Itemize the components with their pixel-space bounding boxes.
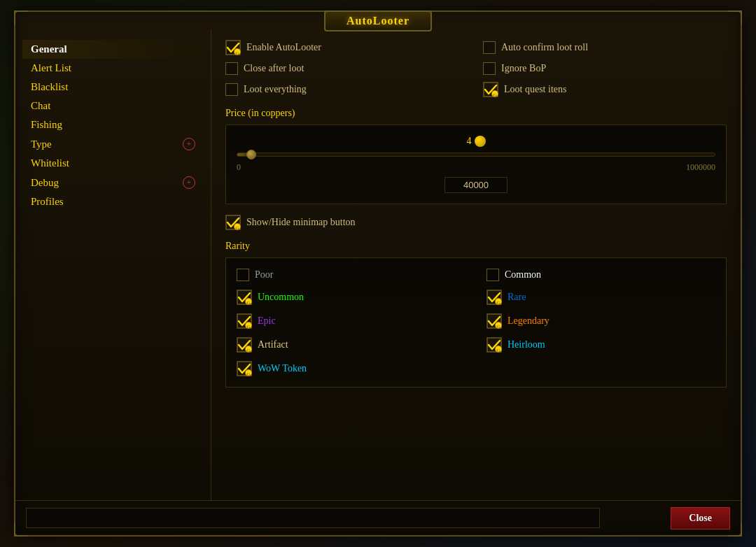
minimap-label: Show/Hide minimap button bbox=[246, 217, 356, 228]
rarity-poor-label: Poor bbox=[255, 269, 273, 280]
sidebar-label-blacklist: Blacklist bbox=[31, 81, 68, 93]
sidebar-item-blacklist[interactable]: Blacklist bbox=[22, 78, 204, 97]
sidebar-item-debug[interactable]: Debug + bbox=[22, 173, 204, 192]
svg-text:G: G bbox=[235, 50, 239, 55]
svg-text:G: G bbox=[493, 92, 497, 97]
loot-everything-label: Loot everything bbox=[244, 84, 307, 95]
price-input[interactable] bbox=[444, 177, 507, 193]
rarity-uncommon-checkbox[interactable]: G bbox=[237, 290, 252, 305]
rarity-epic-label: Epic bbox=[258, 315, 276, 327]
price-section-label: Price (in coppers) bbox=[225, 108, 727, 119]
rarity-heirloom-label: Heirloom bbox=[507, 339, 545, 350]
rarity-epic-row: G Epic bbox=[237, 313, 465, 329]
search-input[interactable] bbox=[26, 508, 600, 528]
sidebar-item-alert-list[interactable]: Alert List bbox=[22, 59, 204, 78]
close-after-loot-checkbox[interactable] bbox=[225, 62, 238, 75]
price-box: 4 0 1000000 bbox=[225, 125, 727, 204]
rarity-rare-checkbox[interactable]: G bbox=[486, 290, 502, 305]
main-panel: G Enable AutoLooter Auto confirm loot ro… bbox=[211, 29, 741, 500]
rarity-artifact-row: G Artifact bbox=[237, 337, 465, 353]
rarity-common-row: Common bbox=[486, 269, 715, 281]
price-slider-track[interactable] bbox=[237, 152, 715, 157]
rarity-box: Poor Common G bbox=[225, 257, 727, 388]
svg-text:G: G bbox=[246, 371, 251, 376]
rarity-common-label: Common bbox=[505, 269, 541, 280]
slider-labels: 0 1000000 bbox=[237, 162, 715, 173]
window-title: AutoLooter bbox=[346, 15, 410, 27]
option-close-after-loot: Close after loot bbox=[225, 62, 469, 75]
option-auto-confirm: Auto confirm loot roll bbox=[483, 40, 727, 55]
option-loot-everything: Loot everything bbox=[225, 82, 469, 97]
enable-autolooter-checkbox[interactable]: G bbox=[225, 40, 241, 55]
corner-decoration-tl bbox=[14, 10, 28, 24]
sidebar-item-whitelist[interactable]: Whitelist bbox=[22, 154, 204, 173]
svg-text:G: G bbox=[246, 348, 251, 353]
rarity-legendary-label: Legendary bbox=[507, 315, 550, 327]
rarity-epic-checkbox[interactable]: G bbox=[237, 313, 252, 329]
rarity-rare-label: Rare bbox=[507, 292, 526, 303]
rarity-poor-checkbox[interactable] bbox=[237, 269, 249, 281]
close-after-loot-label: Close after loot bbox=[244, 63, 304, 74]
close-button[interactable]: Close bbox=[671, 507, 730, 530]
sidebar-label-whitelist: Whitelist bbox=[31, 157, 69, 169]
debug-plus-icon[interactable]: + bbox=[183, 176, 195, 189]
rarity-heirloom-row: G Heirloom bbox=[486, 337, 715, 353]
rarity-wowtoken-checkbox[interactable]: G bbox=[237, 361, 252, 376]
options-grid: G Enable AutoLooter Auto confirm loot ro… bbox=[225, 40, 727, 97]
svg-text:G: G bbox=[246, 324, 251, 329]
loot-quest-items-label: Loot quest itens bbox=[504, 84, 566, 95]
price-value-text: 4 bbox=[467, 136, 472, 147]
sidebar-item-general[interactable]: General bbox=[22, 40, 204, 59]
sidebar-item-fishing[interactable]: Fishing bbox=[22, 115, 204, 134]
minimap-checkbox[interactable]: G bbox=[225, 215, 241, 230]
sidebar-label-general: General bbox=[31, 43, 67, 55]
slider-input-row bbox=[237, 177, 715, 193]
sidebar: General Alert List Blacklist Chat Fishin… bbox=[15, 29, 211, 500]
sidebar-item-chat[interactable]: Chat bbox=[22, 97, 204, 115]
rarity-poor-row: Poor bbox=[237, 269, 465, 281]
rarity-section-label: Rarity bbox=[225, 241, 727, 252]
title-bar: AutoLooter bbox=[324, 10, 432, 31]
minimap-row: G Show/Hide minimap button bbox=[225, 215, 727, 230]
option-ignore-bop: Ignore BoP bbox=[483, 62, 727, 75]
loot-everything-checkbox[interactable] bbox=[225, 83, 238, 96]
svg-text:G: G bbox=[496, 324, 500, 329]
svg-text:G: G bbox=[496, 300, 500, 305]
sidebar-label-fishing: Fishing bbox=[31, 119, 62, 131]
option-enable-autolooter: G Enable AutoLooter bbox=[225, 40, 469, 55]
gold-coin-icon bbox=[475, 136, 486, 147]
slider-max-label: 1000000 bbox=[686, 162, 715, 173]
rarity-heirloom-checkbox[interactable]: G bbox=[486, 337, 502, 353]
rarity-legendary-row: G Legendary bbox=[486, 313, 715, 329]
auto-confirm-label: Auto confirm loot roll bbox=[501, 42, 588, 53]
rarity-uncommon-label: Uncommon bbox=[258, 292, 304, 303]
sidebar-item-type[interactable]: Type + bbox=[22, 134, 204, 154]
content-area: General Alert List Blacklist Chat Fishin… bbox=[15, 29, 741, 500]
rarity-grid: Poor Common G bbox=[237, 269, 715, 376]
corner-decoration-tr bbox=[728, 10, 742, 24]
auto-confirm-checkbox[interactable] bbox=[483, 41, 496, 54]
rarity-wowtoken-row: G WoW Token bbox=[237, 361, 465, 376]
rarity-common-checkbox[interactable] bbox=[486, 269, 499, 281]
sidebar-label-type: Type bbox=[31, 138, 52, 150]
loot-quest-items-checkbox[interactable]: G bbox=[483, 82, 498, 97]
rarity-rare-row: G Rare bbox=[486, 290, 715, 305]
sidebar-item-profiles[interactable]: Profiles bbox=[22, 192, 204, 211]
sidebar-label-chat: Chat bbox=[31, 100, 50, 112]
rarity-uncommon-row: G Uncommon bbox=[237, 290, 465, 305]
svg-text:G: G bbox=[246, 300, 251, 305]
bottom-bar: Close bbox=[15, 500, 741, 535]
rarity-artifact-label: Artifact bbox=[258, 339, 288, 350]
option-loot-quest-items: G Loot quest itens bbox=[483, 82, 727, 97]
rarity-legendary-checkbox[interactable]: G bbox=[486, 313, 502, 329]
sidebar-label-debug: Debug bbox=[31, 177, 59, 189]
ignore-bop-checkbox[interactable] bbox=[483, 62, 496, 75]
slider-value-display: 4 bbox=[237, 136, 715, 147]
slider-thumb[interactable] bbox=[246, 150, 256, 159]
type-plus-icon[interactable]: + bbox=[183, 138, 195, 150]
rarity-artifact-checkbox[interactable]: G bbox=[237, 337, 252, 353]
rarity-wowtoken-label: WoW Token bbox=[258, 363, 307, 374]
enable-autolooter-label: Enable AutoLooter bbox=[246, 42, 321, 53]
slider-min-label: 0 bbox=[237, 162, 241, 173]
svg-text:G: G bbox=[496, 348, 500, 353]
